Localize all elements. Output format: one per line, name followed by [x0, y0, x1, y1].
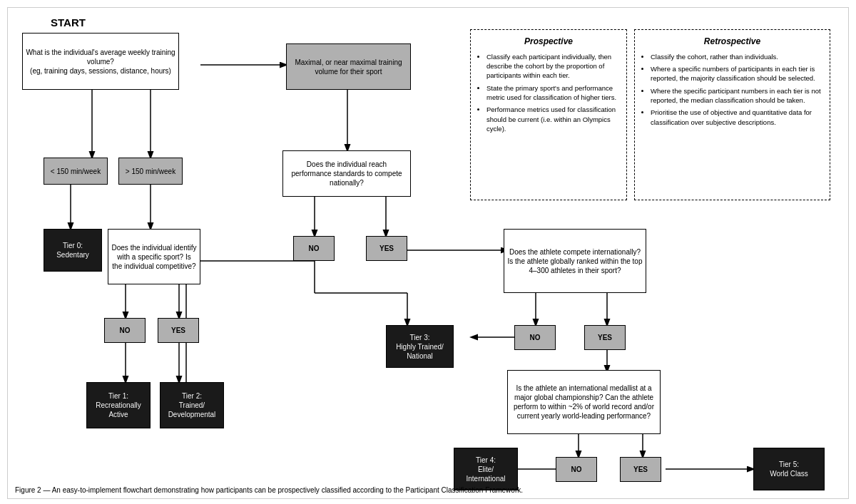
tier4-box: Tier 4: Elite/ International [454, 448, 518, 490]
prospective-box: Prospective Classify each participant in… [470, 29, 627, 200]
yes4-box: YES [620, 457, 661, 482]
tier5-box: Tier 5: World Class [753, 448, 825, 490]
retrospective-title: Retrospective [641, 36, 824, 48]
identify-sport-question: Does the individual identify with a spec… [108, 229, 200, 284]
international-question: Does the athlete compete internationally… [504, 229, 646, 293]
tier3-box: Tier 3: Highly Trained/ National [386, 325, 454, 368]
no2-box: NO [104, 318, 146, 343]
tier1-box: Tier 1: Recreationally Active [86, 382, 151, 428]
less-150-box: < 150 min/week [44, 158, 108, 185]
retrospective-list: Classify the cohort, rather than individ… [641, 52, 824, 127]
national-question: Does the individual reach performance st… [282, 150, 411, 197]
no3-box: NO [514, 325, 556, 350]
more-150-box: > 150 min/week [118, 158, 183, 185]
start-title: START [51, 16, 86, 29]
tier0-box: Tier 0: Sedentary [44, 229, 102, 272]
retrospective-box: Retrospective Classify the cohort, rathe… [634, 29, 830, 200]
no4-box: NO [556, 457, 597, 482]
yes1-box: YES [366, 236, 407, 261]
no1-box: NO [293, 236, 335, 261]
medallist-question: Is the athlete an international medallis… [507, 370, 661, 434]
tier2-box: Tier 2: Trained/ Developmental [160, 382, 224, 428]
yes2-box: YES [158, 318, 199, 343]
prospective-title: Prospective [477, 36, 621, 48]
figure-caption: Figure 2 — An easy-to-implement flowchar… [15, 486, 523, 494]
training-volume-question: What is the individual's average weekly … [22, 33, 179, 90]
prospective-list: Classify each participant individually, … [477, 52, 621, 133]
maximal-training-box: Maximal, or near maximal training volume… [286, 43, 411, 90]
yes3-box: YES [584, 325, 626, 350]
